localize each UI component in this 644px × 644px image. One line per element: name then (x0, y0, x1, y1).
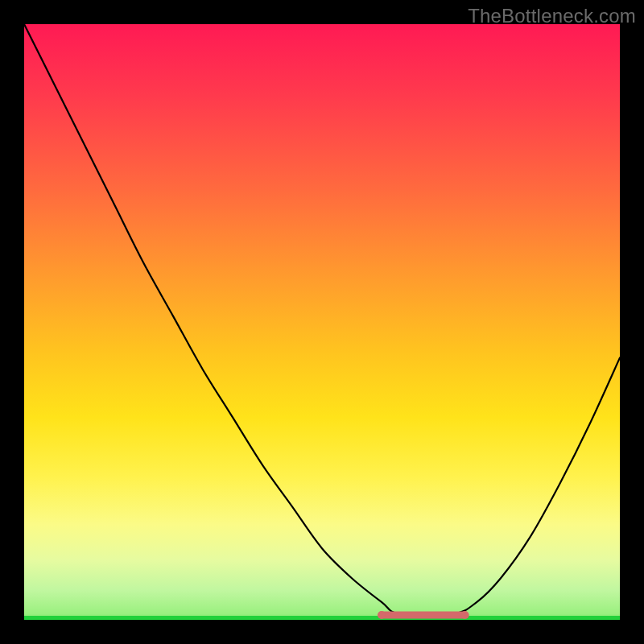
chart-frame: TheBottleneck.com (0, 0, 644, 644)
curve-svg (24, 24, 620, 620)
watermark-text: TheBottleneck.com (468, 5, 636, 27)
bottleneck-curve (24, 24, 620, 615)
valley-dot-right (461, 611, 469, 619)
valley-dot-left (378, 611, 386, 619)
plot-area (24, 24, 620, 620)
